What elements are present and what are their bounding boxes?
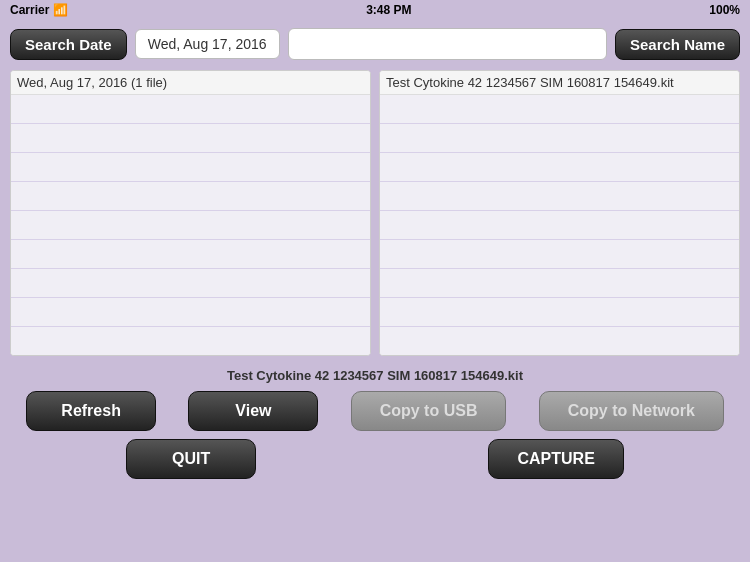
status-bar: Carrier 📶 3:48 PM 100% xyxy=(0,0,750,20)
date-display: Wed, Aug 17, 2016 xyxy=(135,29,280,59)
search-date-button[interactable]: Search Date xyxy=(10,29,127,60)
carrier-label: Carrier xyxy=(10,3,49,17)
toolbar: Search Date Wed, Aug 17, 2016 Search Nam… xyxy=(10,28,740,60)
quit-button[interactable]: QUIT xyxy=(126,439,256,479)
refresh-button[interactable]: Refresh xyxy=(26,391,156,431)
selected-file-label: Test Cytokine 42 1234567 SIM 160817 1546… xyxy=(10,364,740,391)
view-button[interactable]: View xyxy=(188,391,318,431)
copy-to-network-button[interactable]: Copy to Network xyxy=(539,391,724,431)
left-panel: Wed, Aug 17, 2016 (1 file) xyxy=(10,70,371,356)
capture-button[interactable]: CAPTURE xyxy=(488,439,623,479)
left-panel-header: Wed, Aug 17, 2016 (1 file) xyxy=(11,71,370,95)
left-panel-body[interactable] xyxy=(11,95,370,355)
search-name-button[interactable]: Search Name xyxy=(615,29,740,60)
status-left: Carrier 📶 xyxy=(10,3,68,17)
button-row-1: Refresh View Copy to USB Copy to Network xyxy=(10,391,740,431)
button-row-2: QUIT CAPTURE xyxy=(10,439,740,479)
main-content: Search Date Wed, Aug 17, 2016 Search Nam… xyxy=(0,20,750,487)
right-panel-header: Test Cytokine 42 1234567 SIM 160817 1546… xyxy=(380,71,739,95)
panels: Wed, Aug 17, 2016 (1 file) Test Cytokine… xyxy=(10,70,740,356)
search-input[interactable] xyxy=(288,28,607,60)
right-panel: Test Cytokine 42 1234567 SIM 160817 1546… xyxy=(379,70,740,356)
wifi-icon: 📶 xyxy=(53,3,68,17)
copy-to-usb-button[interactable]: Copy to USB xyxy=(351,391,507,431)
status-time: 3:48 PM xyxy=(366,3,411,17)
battery-label: 100% xyxy=(709,3,740,17)
right-panel-body[interactable] xyxy=(380,95,739,355)
